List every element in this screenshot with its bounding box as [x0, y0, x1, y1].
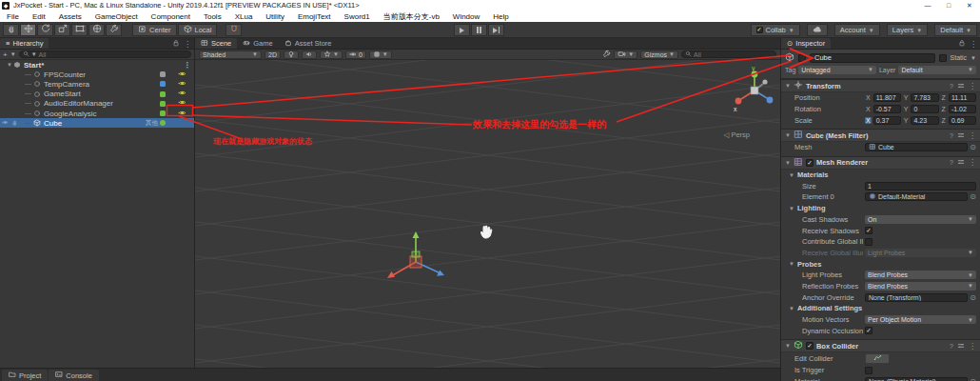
- axis-label-y[interactable]: Y: [903, 106, 910, 112]
- help-icon[interactable]: ?: [950, 132, 953, 139]
- menu-item-6[interactable]: XLua: [228, 10, 260, 22]
- menu-item-4[interactable]: Component: [145, 10, 197, 22]
- lock-icon[interactable]: [958, 39, 966, 49]
- scene-search-input[interactable]: All: [681, 50, 776, 58]
- active-checkbox[interactable]: [798, 54, 806, 62]
- menu-item-10[interactable]: 当前版本分支-vb: [377, 10, 446, 22]
- create-button[interactable]: +: [3, 50, 8, 59]
- visibility-eye-toggle[interactable]: [169, 109, 194, 119]
- object-picker-icon[interactable]: ⊙: [970, 143, 976, 151]
- scale-x-field[interactable]: 0.37: [873, 116, 901, 125]
- hierarchy-item-audioeditormanager[interactable]: AudioEditorManager: [0, 99, 194, 109]
- presets-icon[interactable]: [957, 131, 965, 140]
- cloud-button[interactable]: [807, 24, 828, 36]
- material-object-field[interactable]: None (Physic Material): [865, 377, 968, 381]
- scale-z-field[interactable]: 0.69: [949, 116, 976, 125]
- lock-icon[interactable]: [172, 39, 180, 49]
- object-picker-icon[interactable]: ⊙: [970, 293, 976, 302]
- position-y-field[interactable]: 7.783: [911, 93, 938, 102]
- gameobject-name-field[interactable]: Cube: [810, 53, 935, 63]
- foldout-icon[interactable]: ▼: [785, 83, 791, 89]
- axis-label-x[interactable]: X: [865, 106, 872, 112]
- kebab-menu-icon[interactable]: ⋮: [969, 342, 976, 351]
- pivot-center-button[interactable]: Center: [132, 24, 177, 36]
- account-dropdown[interactable]: Account▼: [834, 24, 880, 36]
- kebab-menu-icon[interactable]: ⋮: [969, 131, 976, 140]
- gizmos-dropdown[interactable]: Gizmos▼: [640, 50, 678, 59]
- receive-shadows-checkbox[interactable]: ✓: [865, 227, 872, 234]
- axis-label-y[interactable]: Y: [903, 117, 910, 124]
- position-z-field[interactable]: 11.11: [949, 93, 976, 102]
- section-lighting[interactable]: ▼Lighting: [781, 203, 980, 214]
- maximize-button[interactable]: □: [938, 2, 959, 9]
- rect-tool-button[interactable]: [71, 24, 88, 36]
- perspective-label[interactable]: ◁ Persp: [724, 130, 750, 139]
- pause-button[interactable]: [471, 24, 487, 36]
- tab-console[interactable]: Console: [49, 370, 99, 381]
- axis-label-x[interactable]: X: [865, 117, 872, 124]
- menu-item-2[interactable]: Assets: [52, 10, 88, 22]
- static-checkbox[interactable]: [939, 54, 947, 62]
- tab-game[interactable]: Game: [237, 38, 278, 49]
- kebab-menu-icon[interactable]: ⋮: [969, 82, 976, 90]
- presets-icon[interactable]: [957, 342, 965, 351]
- dynamic-occlusion-checkbox[interactable]: ✓: [865, 327, 872, 334]
- shading-mode-dropdown[interactable]: Shaded▼: [199, 50, 262, 59]
- component-header[interactable]: ▼Cube (Mesh Filter)?⋮: [781, 130, 980, 142]
- menu-item-8[interactable]: EmojiText: [291, 10, 338, 22]
- axis-label-z[interactable]: Z: [941, 94, 947, 101]
- transform-combo-tool-button[interactable]: [88, 24, 105, 36]
- play-button[interactable]: [454, 24, 470, 36]
- tab-project[interactable]: Project: [2, 370, 48, 381]
- menu-item-12[interactable]: Help: [486, 10, 515, 22]
- component-enabled-checkbox[interactable]: ✓: [806, 342, 813, 350]
- rotation-z-field[interactable]: -1.02: [949, 105, 976, 113]
- layout-dropdown[interactable]: Default▼: [934, 24, 977, 36]
- close-button[interactable]: ✕: [959, 2, 980, 10]
- menu-item-3[interactable]: GameObject: [88, 10, 145, 22]
- help-icon[interactable]: ?: [950, 343, 953, 350]
- grid-settings-dropdown[interactable]: ▼: [369, 50, 392, 59]
- axis-label-x[interactable]: X: [865, 94, 872, 101]
- component-header[interactable]: ▼Transform?⋮: [781, 80, 980, 92]
- hierarchy-item-tempcamera[interactable]: TempCamera: [0, 79, 194, 89]
- presets-icon[interactable]: [957, 158, 965, 167]
- axis-label-z[interactable]: Z: [941, 117, 947, 124]
- menu-item-0[interactable]: File: [0, 10, 26, 22]
- scene-effects-dropdown[interactable]: ▼: [320, 50, 343, 59]
- menu-item-1[interactable]: Edit: [26, 10, 52, 22]
- hierarchy-item-gamestart[interactable]: GameStart: [0, 90, 194, 99]
- section-additional-settings[interactable]: ▼Additional Settings: [781, 303, 980, 314]
- object-picker-icon[interactable]: ⊙: [970, 377, 976, 381]
- mesh-object-field[interactable]: Cube: [865, 143, 968, 151]
- row-visibility-eye-icon[interactable]: [2, 119, 9, 128]
- move-tool-button[interactable]: [20, 24, 36, 36]
- foldout-icon[interactable]: ▼: [785, 160, 791, 166]
- foldout-icon[interactable]: ▼: [785, 132, 791, 138]
- object-picker-icon[interactable]: ⊙: [970, 192, 976, 201]
- foldout-icon[interactable]: ▼: [785, 343, 791, 349]
- scale-tool-button[interactable]: [54, 24, 70, 36]
- scene-visibility-toggle[interactable]: 0: [345, 50, 366, 59]
- anchor-override-object-field[interactable]: None (Transform): [865, 293, 968, 302]
- row-pick-icon[interactable]: [11, 119, 18, 128]
- hierarchy-search-input[interactable]: ▼ All: [19, 50, 191, 58]
- static-caret-icon[interactable]: ▼: [970, 55, 976, 61]
- menu-item-5[interactable]: Tools: [197, 10, 228, 22]
- presets-icon[interactable]: [957, 82, 965, 90]
- reflection-probes-dropdown[interactable]: Blend Probes▼: [865, 282, 976, 291]
- menu-item-7[interactable]: Utility: [259, 10, 291, 22]
- layers-dropdown[interactable]: Layers▼: [887, 24, 928, 36]
- collab-button[interactable]: ✓ Collab▼: [751, 24, 800, 36]
- menu-item-9[interactable]: Sword1: [338, 10, 377, 22]
- kebab-menu-icon[interactable]: ⋮: [184, 40, 191, 49]
- grid-snap-button[interactable]: [225, 24, 242, 36]
- rotation-x-field[interactable]: -0.57: [873, 105, 901, 113]
- section-probes[interactable]: ▼Probes: [781, 258, 980, 270]
- motion-vectors-dropdown[interactable]: Per Object Motion▼: [865, 315, 976, 324]
- component-header[interactable]: ▼✓Box Collider?⋮: [781, 340, 980, 352]
- layer-dropdown[interactable]: Default▼: [898, 66, 976, 74]
- component-enabled-checkbox[interactable]: ✓: [806, 159, 813, 167]
- hierarchy-item-fpscounter[interactable]: FPSCounter: [0, 70, 194, 79]
- kebab-menu-icon[interactable]: ⋮: [970, 40, 977, 49]
